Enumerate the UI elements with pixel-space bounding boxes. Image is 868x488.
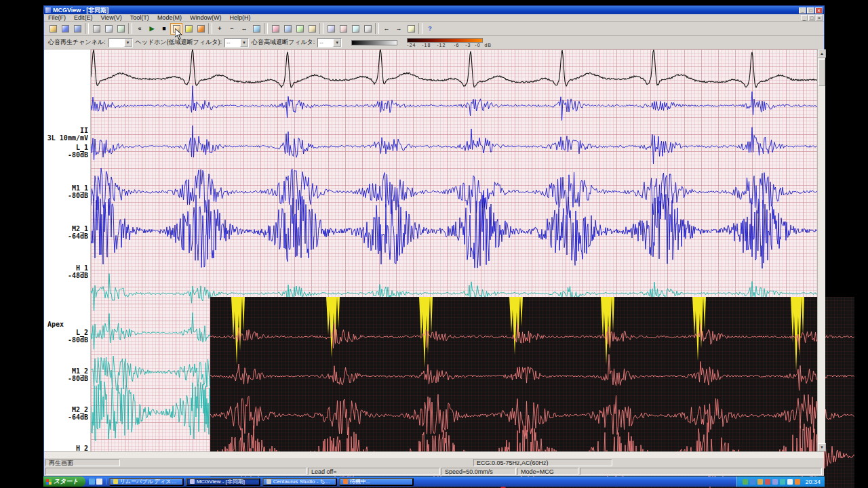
- audio-field-combo-1[interactable]: ▼: [108, 38, 133, 47]
- menu-item-edit[interactable]: Edit(E): [70, 14, 97, 22]
- task-icon: [267, 479, 271, 484]
- channel-label-l_1: L_1-80dB: [68, 144, 88, 159]
- prev-page-button[interactable]: ←: [380, 23, 393, 35]
- main-toolbar: «▶■+−↔←→?: [44, 22, 824, 36]
- save-button[interactable]: [59, 23, 71, 35]
- fit-width-button[interactable]: ↔: [238, 23, 250, 35]
- measure-button[interactable]: [250, 23, 262, 35]
- playback-energy-spike: [242, 297, 245, 332]
- zoom-out-icon: −: [229, 25, 236, 33]
- menu-item-help[interactable]: Help(H): [225, 14, 254, 22]
- playback-energy-spike: [612, 297, 614, 332]
- vertical-scroll-thumb[interactable]: [818, 59, 825, 86]
- trace-L_1: [91, 86, 817, 121]
- horizontal-scrollbar[interactable]: [44, 451, 824, 458]
- rewind-button[interactable]: «: [134, 23, 146, 35]
- task-button-4[interactable]: 待機中...: [339, 478, 414, 486]
- quick-launch-browser-icon[interactable]: [89, 479, 95, 485]
- menu-item-window[interactable]: Window(W): [186, 14, 226, 22]
- zoom-in-icon: +: [216, 25, 224, 33]
- audio-field-combo-3[interactable]: --▼: [317, 38, 342, 47]
- grid-icon: [272, 25, 279, 33]
- task-button-2[interactable]: MCGView - [非同期]: [186, 478, 260, 486]
- channel-label-ii: II3L 10mm/mV: [47, 127, 88, 142]
- settings-button[interactable]: [361, 23, 374, 35]
- mdi-close-button[interactable]: ×: [816, 15, 823, 21]
- title-bar[interactable]: MCGView - [非同期] _ □ ×: [44, 6, 824, 14]
- chevron-down-icon[interactable]: ▼: [124, 39, 132, 47]
- quick-launch-bar: [85, 479, 106, 485]
- channels-icon: [328, 25, 335, 33]
- menu-item-mode[interactable]: Mode(M): [153, 14, 186, 22]
- scroll-down-button[interactable]: ▼: [818, 443, 826, 451]
- help-button[interactable]: ?: [424, 23, 436, 35]
- app-icon: [45, 7, 51, 13]
- audio-field-value-3: --: [318, 39, 333, 45]
- channels-button[interactable]: [325, 23, 337, 35]
- quick-launch-desktop-icon[interactable]: [96, 479, 102, 485]
- audio-field-combo-2[interactable]: --▼: [224, 38, 249, 47]
- taskbar-clock: 20:34: [805, 479, 821, 485]
- overlay-view-icon: [309, 25, 316, 33]
- menu-item-file[interactable]: File(F): [44, 14, 70, 22]
- maximize-button[interactable]: □: [807, 7, 814, 14]
- menu-item-tool[interactable]: Tool(T): [126, 14, 153, 22]
- tray-icon-3[interactable]: [757, 479, 763, 485]
- tray-icon-6[interactable]: [780, 479, 785, 485]
- playback-energy-spike: [238, 297, 242, 351]
- save-all-button[interactable]: [71, 23, 83, 35]
- audio-field-label-2: ヘッドホン(低域遮断フィルタ):: [136, 38, 222, 47]
- report-button[interactable]: [405, 23, 417, 35]
- tray-icon-5[interactable]: [772, 479, 778, 485]
- filter-icon: [352, 25, 359, 33]
- minimize-button[interactable]: _: [799, 7, 806, 14]
- settings-icon: [364, 25, 372, 33]
- task-button-1[interactable]: リムーバブル ディスク (F:): [109, 478, 184, 486]
- chevron-down-icon[interactable]: ▼: [333, 39, 341, 47]
- annotate-button[interactable]: [337, 23, 349, 35]
- system-tray: 20:34: [736, 476, 825, 487]
- audio-field-value-2: --: [225, 39, 240, 45]
- play-button[interactable]: ▶: [146, 23, 158, 35]
- next-page-icon: →: [395, 25, 403, 33]
- spectrum-button[interactable]: [294, 23, 306, 35]
- open-button[interactable]: [47, 23, 59, 35]
- wave-mode-button[interactable]: [281, 23, 294, 35]
- menu-bar: File(F)Edit(E)View(V)Tool(T)Mode(M)Windo…: [44, 14, 824, 22]
- mdi-minimize-button[interactable]: _: [801, 15, 808, 21]
- tray-icon-1[interactable]: [743, 479, 748, 485]
- mdi-restore-button[interactable]: □: [808, 15, 815, 21]
- next-page-button[interactable]: →: [393, 23, 405, 35]
- vertical-scrollbar[interactable]: ▲ ▼: [817, 49, 825, 451]
- marker-button[interactable]: [195, 23, 207, 35]
- waveform-plot-area[interactable]: [91, 49, 817, 451]
- tray-icon-7[interactable]: [787, 479, 793, 485]
- print-button[interactable]: [90, 23, 102, 35]
- status-empty-cell: [45, 468, 307, 475]
- tray-icon-8[interactable]: [795, 479, 800, 485]
- trace-M1_2-play: [210, 354, 854, 390]
- close-button[interactable]: ×: [815, 7, 823, 14]
- zoom-out-button[interactable]: −: [226, 23, 238, 35]
- start-button[interactable]: スタート: [43, 476, 85, 487]
- export-button[interactable]: [115, 23, 127, 35]
- select-button[interactable]: [170, 23, 182, 35]
- speaker-button[interactable]: [182, 23, 195, 35]
- toolbar-separator: [319, 23, 323, 34]
- overlay-view-button[interactable]: [306, 23, 318, 35]
- rewind-icon: «: [136, 25, 144, 33]
- tray-icon-4[interactable]: [765, 479, 770, 485]
- grid-button[interactable]: [269, 23, 281, 35]
- scroll-up-button[interactable]: ▲: [818, 49, 826, 58]
- filter-button[interactable]: [349, 23, 361, 35]
- task-button-3[interactable]: Centaurus Studio - ち...: [262, 478, 337, 486]
- chevron-down-icon[interactable]: ▼: [240, 39, 248, 47]
- mcgview-window: MCGView - [非同期] _ □ × File(F)Edit(E)View…: [43, 5, 825, 476]
- annotate-icon: [340, 25, 347, 33]
- zoom-in-button[interactable]: +: [214, 23, 226, 35]
- stop-button[interactable]: ■: [158, 23, 170, 35]
- copy-button[interactable]: [102, 23, 115, 35]
- toolbar-separator: [264, 23, 268, 34]
- tray-icon-2[interactable]: [750, 479, 755, 485]
- menu-item-view[interactable]: View(V): [97, 14, 126, 22]
